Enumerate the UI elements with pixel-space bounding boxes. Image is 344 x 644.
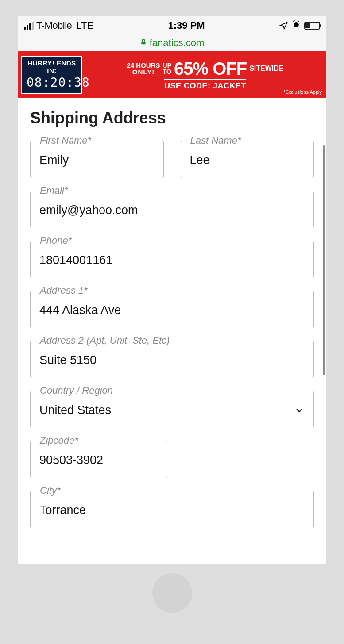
promo-banner[interactable]: HURRY! ENDS IN: 08:20:38 24 HOURS ONLY! … [18,51,326,98]
chevron-down-icon [294,405,305,416]
city-label: City* [36,485,64,496]
battery-icon [304,22,320,30]
zipcode-label: Zipcode* [36,435,82,446]
last-name-label: Last Name* [187,135,245,146]
svg-rect-3 [141,41,145,44]
address1-label: Address 1* [36,285,91,296]
promo-sitewide: SITEWIDE [249,65,283,72]
email-input[interactable] [30,191,314,228]
url-text: fanatics.com [150,37,205,49]
phone-label: Phone* [36,235,75,246]
promo-exclusions: *Exclusions Apply [283,89,322,95]
svg-rect-1 [293,20,294,22]
screen: T-Mobile LTE 1:39 PM fa [18,16,326,564]
status-right [279,20,320,31]
promo-text: 24 HOURS ONLY! UP TO 65% OFF SITEWIDE US… [88,60,323,90]
timer-label: HURRY! ENDS IN: [27,59,77,74]
status-left: T-Mobile LTE [24,20,93,31]
country-value: United States [39,403,111,417]
home-button[interactable] [152,573,192,613]
status-bar: T-Mobile LTE 1:39 PM fa [18,16,326,51]
device-frame: T-Mobile LTE 1:39 PM fa [9,0,335,626]
email-label: Email* [36,185,72,196]
location-arrow-icon [279,21,288,30]
carrier-label: T-Mobile [36,20,72,31]
promo-hours: 24 HOURS ONLY! [127,62,160,75]
status-bar-row: T-Mobile LTE 1:39 PM [18,16,326,35]
first-name-label: First Name* [36,135,95,146]
network-label: LTE [76,20,93,31]
svg-rect-2 [297,20,299,22]
country-label: Country / Region [36,385,116,396]
alarm-icon [292,20,301,31]
address2-label: Address 2 (Apt, Unit, Ste, Etc) [36,335,173,346]
page-title: Shipping Address [30,109,314,127]
status-time: 1:39 PM [168,20,205,31]
promo-percent: 65% OFF [174,60,247,77]
lock-icon [140,38,147,48]
timer-value: 08:20:38 [27,75,77,90]
form-scroll-area[interactable]: Shipping Address First Name* Last Name* … [18,98,326,564]
url-bar[interactable]: fanatics.com [18,35,326,51]
scrollbar-thumb[interactable] [323,145,325,375]
countdown-timer: HURRY! ENDS IN: 08:20:38 [21,56,82,94]
promo-upto: UP TO [163,62,171,75]
city-input[interactable] [30,491,314,528]
promo-code: USE CODE: JACKET [164,79,246,90]
svg-point-0 [294,22,299,27]
signal-icon [24,22,34,30]
